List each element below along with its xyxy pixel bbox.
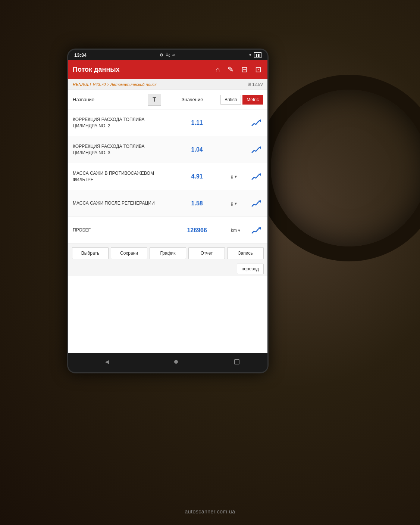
table-row: МАССА САЖИ В ПРОТИВОСАЖЕВОМ ФИЛЬТРЕ 4.91…: [68, 163, 267, 190]
row-unit[interactable]: km ▾: [231, 228, 250, 233]
row-name: Пробег: [73, 227, 163, 233]
row-value: 1.04: [163, 146, 231, 153]
select-button[interactable]: Выбрать: [72, 247, 109, 259]
unit-text: g: [231, 201, 233, 206]
app-container: Поток данных ⌂ ✎ ⊟ ⊡ RENAULT V43.70 > Ав…: [68, 60, 267, 353]
row-name: МАССА САЖИ В ПРОТИВОСАЖЕВОМ ФИЛЬТРЕ: [73, 170, 163, 183]
translate-button[interactable]: перевод: [237, 264, 264, 274]
row-value: 1.11: [163, 119, 231, 126]
metric-button[interactable]: Metric: [242, 95, 263, 105]
table-row: Пробег 126966 km ▾: [68, 217, 267, 244]
translate-bar: перевод: [68, 262, 267, 276]
row-name: КОРРЕКЦИЯ РАСХОДА ТОПЛИВА ЦИЛИНДРА No. 3: [73, 143, 163, 156]
print-icon[interactable]: ⊟: [240, 63, 249, 75]
voltage-value: 12.5V: [252, 82, 263, 87]
battery-small-icon: ⊞: [248, 82, 251, 87]
graph-button[interactable]: График: [150, 247, 186, 259]
status-time: 13:34: [74, 52, 87, 58]
unit-text: km: [231, 228, 237, 233]
table-row: КОРРЕКЦИЯ РАСХОДА ТОПЛИВА ЦИЛИНДРА No. 2…: [68, 109, 267, 136]
row-chart-btn[interactable]: [250, 199, 263, 208]
table-row: КОРРЕКЦИЯ РАСХОДА ТОПЛИВА ЦИЛИНДРА No. 3…: [68, 136, 267, 163]
row-chart-btn[interactable]: [250, 226, 263, 235]
subtitle-bar: RENAULT V43.70 > Автоматический поиск ⊞ …: [68, 79, 267, 90]
row-name: КОРРЕКЦИЯ РАСХОДА ТОПЛИВА ЦИЛИНДРА No. 2: [73, 117, 163, 129]
row-value: 126966: [163, 227, 231, 234]
voltage-badge: ⊞ 12.5V: [248, 82, 263, 87]
edit-icon[interactable]: ✎: [226, 63, 235, 75]
row-unit[interactable]: g ▾: [231, 174, 250, 179]
table-row: МАССА САЖИ ПОСЛЕ РЕГЕНЕРАЦИИ 1.58 g ▾: [68, 190, 267, 217]
data-table: КОРРЕКЦИЯ РАСХОДА ТОПЛИВА ЦИЛИНДРА No. 2…: [68, 109, 267, 244]
action-bar: Выбрать Сохрани График Отчет Запись: [68, 244, 267, 262]
dropdown-arrow[interactable]: ▾: [235, 174, 237, 179]
back-nav-button[interactable]: ◄: [96, 355, 118, 369]
row-name: МАССА САЖИ ПОСЛЕ РЕГЕНЕРАЦИИ: [73, 200, 163, 206]
app-title: Поток данных: [73, 66, 210, 74]
dropdown-arrow[interactable]: ▾: [235, 201, 237, 206]
save-button[interactable]: Сохрани: [111, 247, 147, 259]
t-icon-button[interactable]: T: [148, 94, 161, 106]
subtitle-path: RENAULT V43.70 > Автоматический поиск: [73, 82, 157, 87]
recents-nav-button[interactable]: [234, 359, 239, 364]
status-icons: ⚙ U0 ∞: [160, 52, 175, 58]
nav-bar: ◄: [68, 353, 267, 371]
report-button[interactable]: Отчет: [188, 247, 225, 259]
row-chart-btn[interactable]: [250, 118, 263, 127]
row-value: 1.58: [163, 200, 231, 207]
row-chart-btn[interactable]: [250, 145, 263, 154]
record-button[interactable]: Запись: [227, 247, 264, 259]
home-nav-button[interactable]: [174, 360, 178, 364]
status-bar: 13:34 ⚙ U0 ∞ ✦ ▮▮: [68, 50, 267, 60]
tablet-device: 13:34 ⚙ U0 ∞ ✦ ▮▮ Поток данных ⌂ ✎ ⊟ ⊡: [67, 49, 269, 373]
app-header: Поток данных ⌂ ✎ ⊟ ⊡: [68, 60, 267, 79]
share-icon[interactable]: ⊡: [254, 63, 263, 75]
col-name-header: Название: [73, 97, 148, 102]
col-value-header: Значение: [164, 97, 220, 102]
row-unit[interactable]: g ▾: [231, 201, 250, 206]
bluetooth-icon: ✦: [248, 53, 252, 58]
signal-icon: U0: [166, 52, 170, 58]
status-right: ✦ ▮▮: [248, 52, 261, 58]
signal2-icon: ∞: [172, 53, 175, 57]
unit-text: g: [231, 174, 233, 179]
watermark: autoscanner.com.ua: [185, 509, 235, 515]
column-headers: Название T Значение British Metric: [68, 90, 267, 109]
unit-toggle-group: British Metric: [220, 95, 263, 105]
home-icon[interactable]: ⌂: [214, 64, 222, 75]
british-button[interactable]: British: [220, 95, 241, 105]
row-value: 4.91: [163, 173, 231, 180]
settings-icon: ⚙: [160, 53, 163, 58]
battery-icon: ▮▮: [254, 52, 261, 58]
row-chart-btn[interactable]: [250, 172, 263, 181]
dropdown-arrow[interactable]: ▾: [238, 228, 240, 233]
